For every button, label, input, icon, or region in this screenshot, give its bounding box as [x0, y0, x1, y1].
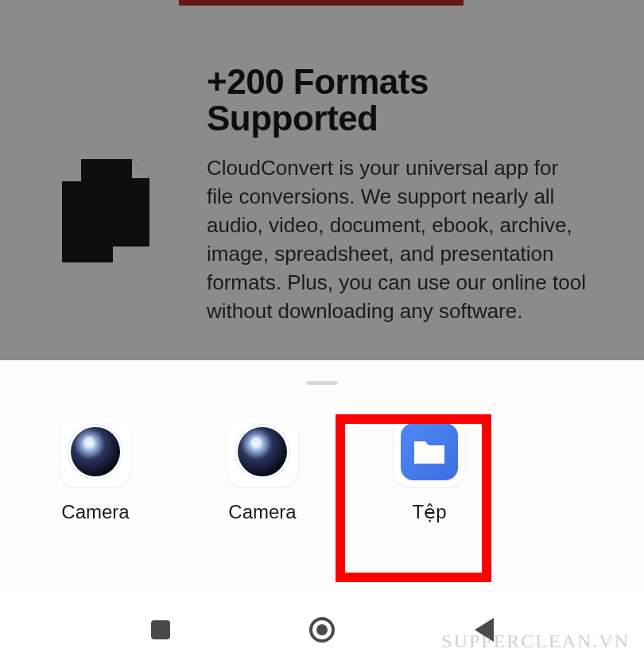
app-label: Camera	[61, 501, 129, 523]
app-label: Camera	[228, 501, 296, 523]
camera-icon	[60, 417, 130, 487]
svg-point-2	[316, 624, 328, 635]
app-label: Tệp	[412, 501, 446, 523]
top-red-strip	[179, 0, 464, 6]
back-button[interactable]	[467, 614, 499, 646]
app-chooser-item-1[interactable]: Camera	[191, 417, 334, 523]
system-nav-bar	[0, 591, 644, 668]
recent-apps-button[interactable]	[145, 614, 177, 646]
files-icon	[394, 417, 464, 487]
heading-formats: +200 Formats Supported	[207, 64, 588, 137]
body-text-formats: CloudConvert is your universal app for f…	[207, 154, 588, 325]
app-chooser-item-2[interactable]: Tệp	[358, 417, 501, 523]
camera-icon	[227, 417, 297, 487]
svg-rect-0	[151, 620, 170, 639]
home-button[interactable]	[306, 614, 338, 646]
app-chooser-item-0[interactable]: Camera	[24, 417, 167, 523]
formats-icon	[32, 64, 175, 262]
share-sheet[interactable]: CameraCameraTệp	[0, 360, 644, 591]
background-content: +200 Formats Supported CloudConvert is y…	[0, 0, 644, 360]
